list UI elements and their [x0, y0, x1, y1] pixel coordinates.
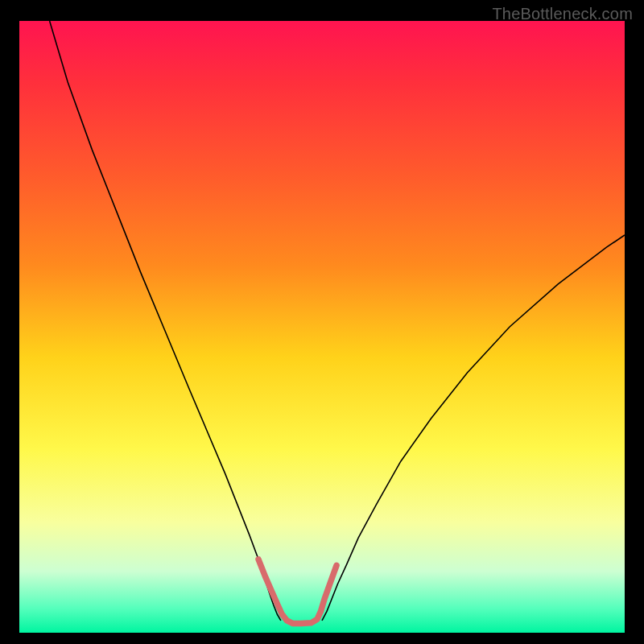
bottleneck-chart	[19, 21, 625, 633]
chart-frame	[19, 21, 625, 633]
gradient-background	[19, 21, 625, 633]
watermark-text: TheBottleneck.com	[492, 5, 633, 23]
